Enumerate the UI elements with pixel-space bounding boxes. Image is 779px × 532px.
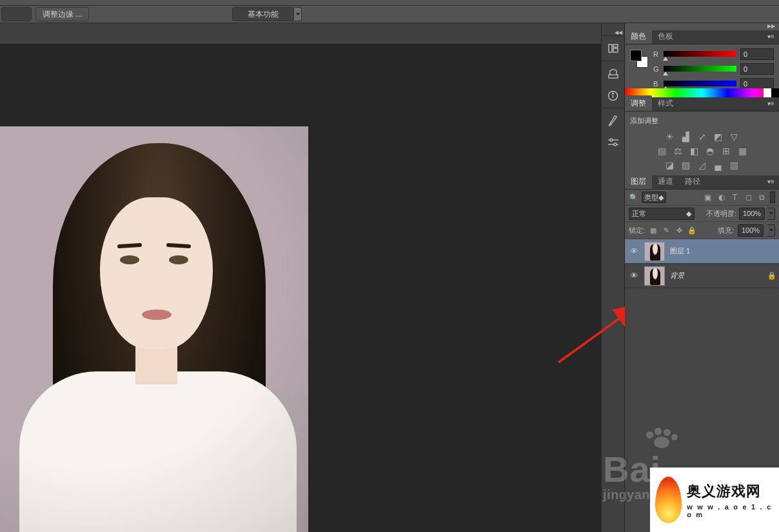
photo-filter-icon[interactable]: ◓	[704, 146, 716, 156]
badge-url: w w w . a o e 1 . c o m	[687, 503, 774, 518]
layer-name[interactable]: 图层 1	[670, 246, 690, 256]
b-value-input[interactable]: 0	[740, 78, 774, 90]
filter-pixel-icon[interactable]: ▣	[702, 192, 713, 203]
opacity-input[interactable]: 100%	[739, 208, 765, 220]
r-label: R	[653, 50, 660, 58]
chevron-down-icon[interactable]	[767, 224, 775, 237]
lock-all-icon[interactable]: 🔒	[687, 226, 696, 235]
svg-point-7	[613, 93, 614, 94]
expand-dock-icon[interactable]: ◀◀	[604, 29, 622, 35]
history-icon[interactable]	[607, 43, 620, 54]
channel-mixer-icon[interactable]: ⊞	[720, 146, 732, 156]
opacity-label: 不透明度:	[706, 209, 736, 219]
visibility-eye-icon[interactable]: 👁	[629, 271, 639, 281]
svg-rect-2	[613, 44, 618, 47]
site-badge: 奥义游戏网 w w w . a o e 1 . c o m	[650, 468, 779, 532]
panel-menu-icon[interactable]: ▾≡	[767, 100, 776, 108]
refine-edge-button[interactable]: 调整边缘 ...	[35, 7, 89, 21]
panel-stack: ▶▶ 颜色 色板 ▾≡ R 0 G 0	[624, 23, 779, 532]
color-panel-tabs: 颜色 色板 ▾≡	[625, 30, 779, 44]
hue-sat-icon[interactable]: ▤	[656, 146, 667, 156]
tab-adjustments[interactable]: 调整	[625, 95, 652, 111]
chevron-down-icon	[294, 7, 302, 21]
workspace-dropdown[interactable]: 基本功能	[232, 7, 302, 21]
svg-point-9	[610, 139, 613, 141]
selective-color-icon[interactable]: ▥	[729, 160, 740, 170]
lock-label: 锁定:	[629, 226, 645, 235]
search-icon[interactable]: 🔍	[629, 192, 639, 202]
adjustments-panel-tabs: 调整 样式 ▾≡	[625, 97, 779, 112]
filter-smart-icon[interactable]: ⧉	[756, 192, 767, 203]
layer-thumbnail[interactable]	[644, 266, 665, 286]
r-value-input[interactable]: 0	[740, 48, 774, 60]
color-lookup-icon[interactable]: ▦	[736, 146, 748, 156]
add-adjustment-label: 添加调整	[630, 114, 774, 128]
filter-adjust-icon[interactable]: ◐	[716, 192, 727, 203]
exposure-icon[interactable]: ◩	[713, 132, 724, 142]
levels-icon[interactable]: ▟	[680, 132, 692, 142]
visibility-eye-icon[interactable]: 👁	[629, 246, 639, 257]
g-label: G	[653, 65, 660, 73]
black-white-icon[interactable]: ◧	[688, 146, 700, 156]
foreground-background-swatch[interactable]	[630, 50, 648, 68]
threshold-icon[interactable]: ◿	[696, 160, 708, 170]
tab-channels[interactable]: 通道	[652, 173, 679, 189]
svg-rect-3	[613, 48, 618, 52]
chevron-down-icon[interactable]	[767, 208, 775, 220]
layer-name[interactable]: 背景	[670, 271, 684, 281]
color-balance-icon[interactable]: ⚖	[672, 146, 684, 156]
curves-icon[interactable]: ⤢	[696, 132, 708, 142]
filter-shape-icon[interactable]: ◻	[743, 192, 754, 203]
lock-icon: 🔒	[767, 271, 775, 281]
properties-icon[interactable]	[607, 68, 620, 79]
filter-kind-dropdown[interactable]: 类型◆	[642, 192, 666, 203]
tab-styles[interactable]: 样式	[652, 95, 679, 111]
fill-input[interactable]: 100%	[738, 224, 764, 237]
tab-swatches[interactable]: 色板	[652, 28, 679, 44]
svg-rect-4	[609, 75, 618, 78]
adjustments-dock-icon[interactable]	[607, 137, 620, 148]
fill-label: 填充:	[718, 226, 734, 235]
workspace-label: 基本功能	[232, 7, 294, 21]
canvas-area[interactable]	[0, 44, 601, 532]
options-bar: 调整边缘 ... 基本功能	[0, 6, 779, 23]
blend-mode-dropdown[interactable]: 正常◆	[629, 208, 695, 220]
tab-color[interactable]: 颜色	[625, 28, 652, 44]
panel-menu-icon[interactable]: ▾≡	[767, 178, 776, 186]
brush-icon[interactable]	[607, 115, 620, 126]
posterize-icon[interactable]: ▨	[680, 160, 692, 170]
layer-thumbnail[interactable]	[644, 242, 665, 261]
g-value-input[interactable]: 0	[740, 63, 774, 75]
lock-position-icon[interactable]: ✥	[675, 226, 684, 235]
filter-toggle[interactable]	[770, 192, 775, 203]
panel-menu-icon[interactable]: ▾≡	[767, 33, 776, 41]
badge-title: 奥义游戏网	[687, 482, 774, 501]
gradient-map-icon[interactable]: ▄	[713, 160, 724, 170]
collapsed-panel-dock: ◀◀	[601, 23, 624, 532]
document-image	[0, 126, 308, 532]
lock-transparency-icon[interactable]: ▩	[649, 226, 658, 235]
b-slider[interactable]	[664, 81, 736, 86]
brightness-contrast-icon[interactable]: ☀	[664, 132, 676, 142]
layers-panel-tabs: 图层 通道 路径 ▾≡	[625, 175, 779, 190]
menubar	[0, 0, 779, 6]
foreground-color-swatch[interactable]	[630, 50, 642, 61]
b-label: B	[653, 80, 660, 88]
tab-paths[interactable]: 路径	[679, 173, 706, 189]
tool-preset-slot[interactable]	[1, 7, 32, 21]
svg-point-11	[614, 143, 616, 146]
vibrance-icon[interactable]: ▽	[729, 132, 740, 142]
info-icon[interactable]	[607, 90, 620, 101]
flame-icon	[655, 477, 682, 523]
r-slider[interactable]	[664, 51, 736, 57]
tab-layers[interactable]: 图层	[625, 173, 652, 189]
invert-icon[interactable]: ◪	[664, 160, 676, 170]
lock-paint-icon[interactable]: ✎	[662, 226, 671, 235]
g-slider[interactable]	[664, 66, 736, 72]
svg-rect-1	[609, 44, 612, 52]
filter-type-icon[interactable]: T	[729, 192, 740, 203]
layer-row[interactable]: 👁 背景 🔒	[625, 264, 779, 288]
layer-row[interactable]: 👁 图层 1	[625, 239, 779, 264]
